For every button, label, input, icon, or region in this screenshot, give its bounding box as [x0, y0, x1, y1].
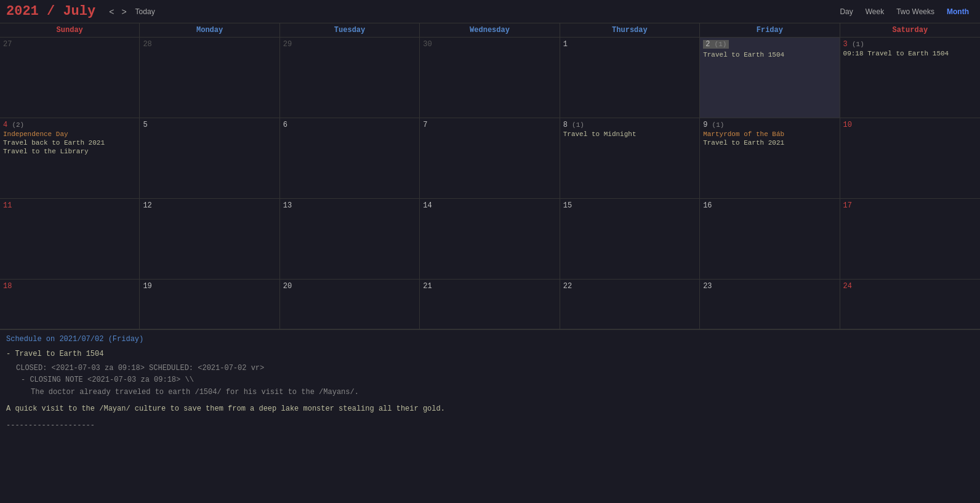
event-travel-1504[interactable]: Travel to Earth 1504 [703, 51, 836, 58]
day-num: 23 [703, 282, 712, 291]
day-num: 17 [843, 201, 852, 210]
day-num: 21 [423, 282, 432, 291]
closed-line: CLOSED: <2021-07-03 za 09:18> SCHEDULED:… [16, 363, 974, 374]
day-num: 28 [143, 40, 151, 49]
two-weeks-view-button[interactable]: Two Weeks [891, 6, 939, 17]
day-num: 27 [3, 40, 12, 49]
day-cell-jul13[interactable]: 13 [280, 199, 420, 279]
header-friday: Friday [700, 23, 840, 37]
day-cell-jul16[interactable]: 16 [700, 199, 840, 279]
day-num: 7 [423, 121, 427, 129]
week-row-3: 11 12 13 14 15 16 17 [0, 199, 980, 280]
calendar-title: 2021 / July [6, 4, 95, 19]
header-sunday: Sunday [0, 23, 140, 37]
month-label: July [63, 4, 95, 19]
day-num: 2 (1) [703, 40, 729, 49]
day-cell-jul12[interactable]: 12 [140, 199, 279, 279]
header-monday: Monday [140, 23, 279, 37]
day-num: 24 [843, 282, 852, 291]
header-tuesday: Tuesday [280, 23, 420, 37]
day-num: 30 [423, 40, 432, 49]
day-num: 29 [283, 40, 292, 49]
schedule-content: - Travel to Earth 1504 CLOSED: <2021-07-… [6, 348, 974, 432]
day-num: 1 [563, 40, 568, 49]
event-travel-back[interactable]: Travel back to Earth 2021 [3, 139, 136, 147]
calendar: Sunday Monday Tuesday Wednesday Thursday… [0, 23, 980, 329]
day-cell-jul2[interactable]: 2 (1) Travel to Earth 1504 [700, 38, 840, 118]
day-cell-jul19[interactable]: 19 [140, 280, 279, 329]
day-num: 3 (1) [843, 40, 864, 49]
day-num: 14 [423, 201, 432, 210]
day-cell-jul7[interactable]: 7 [420, 118, 560, 198]
day-cell-jul17[interactable]: 17 [840, 199, 980, 279]
header-thursday: Thursday [560, 23, 700, 37]
view-buttons: Day Week Two Weeks Month [835, 6, 974, 17]
slash-label: / [39, 4, 63, 19]
year-label: 2021 [6, 4, 39, 19]
day-cell-jul4[interactable]: 4 (2) Independence Day Travel back to Ea… [0, 118, 140, 198]
event-sat-travel[interactable]: 09:18 Travel to Earth 1504 [843, 50, 977, 57]
day-cell-jul11[interactable]: 11 [0, 199, 140, 279]
day-num: 22 [563, 282, 572, 291]
day-cell-jul20[interactable]: 20 [280, 280, 420, 329]
prev-button[interactable]: < [105, 6, 118, 18]
header-saturday: Saturday [840, 23, 980, 37]
event-travel-midnight[interactable]: Travel to Midnight [563, 131, 696, 138]
app: 2021 / July < > Today Day Week Two Weeks… [0, 0, 980, 503]
day-headers: Sunday Monday Tuesday Wednesday Thursday… [0, 23, 980, 38]
day-cell-jul14[interactable]: 14 [420, 199, 560, 279]
event-independence[interactable]: Independence Day [3, 131, 136, 138]
day-num: 12 [143, 201, 151, 210]
day-num: 5 [143, 121, 147, 129]
day-num: 15 [563, 201, 572, 210]
day-cell-jul22[interactable]: 22 [560, 280, 700, 329]
day-cell-jul1[interactable]: 1 [560, 38, 700, 118]
day-cell-jul24[interactable]: 24 [840, 280, 980, 329]
item-name: Travel to Earth 1504 [15, 350, 103, 358]
schedule-title: Schedule on 2021/07/02 (Friday) [6, 335, 974, 344]
schedule-item-title: - Travel to Earth 1504 [6, 348, 974, 360]
day-cell-jul5[interactable]: 5 [140, 118, 279, 198]
summary-text: A quick visit to the /Mayan/ culture to … [6, 403, 974, 415]
day-num: 4 (2) [3, 121, 24, 129]
day-num: 13 [283, 201, 292, 210]
day-num: 6 [283, 121, 287, 129]
day-cell-jul10[interactable]: 10 [840, 118, 980, 198]
week-row-1: 27 28 29 30 1 2 (1) Travel to Earth 1504… [0, 38, 980, 118]
day-cell-jun27[interactable]: 27 [0, 38, 140, 118]
schedule-panel: Schedule on 2021/07/02 (Friday) - Travel… [0, 329, 980, 437]
day-num: 18 [3, 282, 12, 291]
day-cell-jul6[interactable]: 6 [280, 118, 420, 198]
next-button[interactable]: > [118, 6, 130, 18]
week-view-button[interactable]: Week [861, 6, 889, 17]
event-martyrdom[interactable]: Martyrdom of the Báb [703, 131, 836, 138]
week-row-2: 4 (2) Independence Day Travel back to Ea… [0, 118, 980, 199]
bullet: - [6, 350, 15, 358]
day-num: 19 [143, 282, 151, 291]
event-travel-earth2021[interactable]: Travel to Earth 2021 [703, 139, 836, 147]
today-button[interactable]: Today [131, 6, 160, 17]
month-view-button[interactable]: Month [942, 6, 974, 17]
header-wednesday: Wednesday [420, 23, 560, 37]
day-cell-jul18[interactable]: 18 [0, 280, 140, 329]
day-num: 9 (1) [703, 121, 724, 129]
day-view-button[interactable]: Day [835, 6, 857, 17]
day-cell-jul15[interactable]: 15 [560, 199, 700, 279]
day-cell-jun29[interactable]: 29 [280, 38, 420, 118]
day-num: 8 (1) [563, 121, 584, 129]
day-cell-jun30[interactable]: 30 [420, 38, 560, 118]
day-cell-jul21[interactable]: 21 [420, 280, 560, 329]
day-cell-jul3[interactable]: 3 (1) 09:18 Travel to Earth 1504 [840, 38, 980, 118]
day-cell-jul9[interactable]: 9 (1) Martyrdom of the Báb Travel to Ear… [700, 118, 840, 198]
divider: -------------------- [6, 420, 974, 432]
closing-note-label: - CLOSING NOTE <2021-07-03 za 09:18> \\ [21, 374, 974, 386]
event-travel-library[interactable]: Travel to the Library [3, 148, 136, 155]
note-line1: The doctor already traveled to earth /15… [31, 387, 974, 398]
day-num: 16 [703, 201, 712, 210]
day-cell-jun28[interactable]: 28 [140, 38, 279, 118]
day-cell-jul8[interactable]: 8 (1) Travel to Midnight [560, 118, 700, 198]
week-row-4: 18 19 20 21 22 23 24 [0, 280, 980, 329]
day-cell-jul23[interactable]: 23 [700, 280, 840, 329]
day-num: 20 [283, 282, 292, 291]
header: 2021 / July < > Today Day Week Two Weeks… [0, 0, 980, 23]
